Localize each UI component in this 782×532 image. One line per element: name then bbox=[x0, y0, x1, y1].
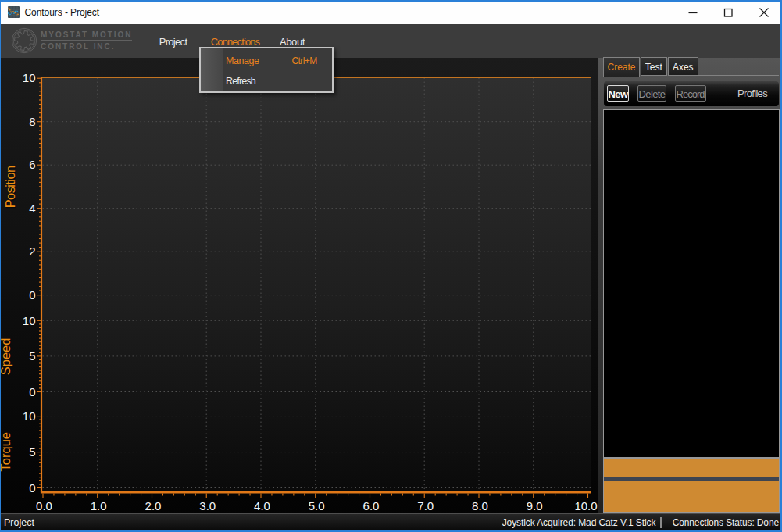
svg-text:0: 0 bbox=[29, 481, 35, 495]
svg-text:8.0: 8.0 bbox=[472, 499, 488, 512]
svg-text:5: 5 bbox=[29, 349, 35, 362]
svg-text:0: 0 bbox=[29, 288, 35, 302]
svg-text:5: 5 bbox=[29, 445, 35, 459]
svg-text:9.0: 9.0 bbox=[527, 499, 543, 512]
svg-text:5.0: 5.0 bbox=[309, 499, 325, 512]
svg-text:10: 10 bbox=[23, 71, 36, 84]
svg-text:6.0: 6.0 bbox=[363, 499, 380, 512]
svg-text:Position: Position bbox=[3, 166, 17, 208]
svg-text:0: 0 bbox=[29, 385, 35, 398]
svg-text:10.0: 10.0 bbox=[574, 499, 597, 512]
svg-text:Torque: Torque bbox=[0, 432, 12, 471]
svg-text:10: 10 bbox=[23, 409, 36, 423]
svg-text:3.0: 3.0 bbox=[199, 499, 216, 512]
svg-text:10: 10 bbox=[23, 314, 36, 327]
svg-text:1.0: 1.0 bbox=[91, 499, 107, 512]
svg-text:4: 4 bbox=[29, 202, 35, 215]
svg-text:Speed: Speed bbox=[0, 338, 12, 376]
svg-text:0.0: 0.0 bbox=[36, 499, 52, 512]
svg-text:4.0: 4.0 bbox=[254, 499, 270, 512]
svg-text:2: 2 bbox=[29, 245, 35, 258]
svg-text:8: 8 bbox=[29, 115, 35, 128]
svg-text:7.0: 7.0 bbox=[417, 499, 434, 512]
svg-text:6: 6 bbox=[29, 158, 35, 171]
svg-text:2.0: 2.0 bbox=[145, 499, 162, 512]
